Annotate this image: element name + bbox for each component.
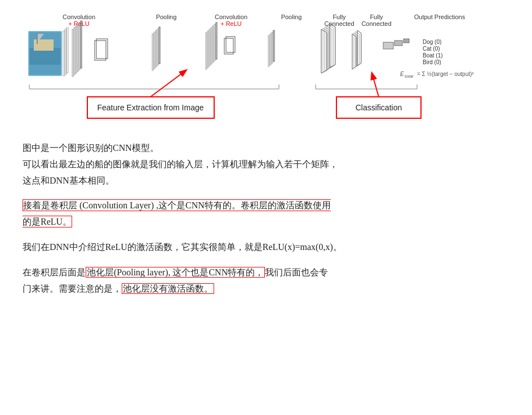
highlighted-pooling: 池化层(Pooling layer), 这个也是CNN特有的，	[86, 267, 265, 278]
svg-rect-45	[273, 30, 274, 61]
svg-marker-46	[321, 29, 327, 73]
svg-text:Fully: Fully	[333, 14, 346, 20]
svg-rect-19	[66, 28, 68, 73]
svg-rect-21	[74, 28, 75, 75]
svg-rect-36	[211, 28, 212, 64]
paragraph-1: 图中是一个图形识别的CNN模型。 可以看出最左边的船的图像就是我们的输入层，计算…	[23, 140, 509, 189]
svg-rect-20	[72, 29, 73, 77]
highlighted-no-activation: 池化层没有激活函数。	[122, 283, 214, 294]
svg-text:Output Predictions: Output Predictions	[414, 14, 466, 20]
svg-text:Boat (1): Boat (1)	[423, 52, 443, 59]
para3-line1: 我们在DNN中介绍过ReLU的激活函数，它其实很简单，就是ReLU(x)=max…	[23, 242, 342, 252]
svg-text:Cat (0): Cat (0)	[423, 46, 440, 52]
svg-rect-41	[226, 37, 235, 52]
text-content: 图中是一个图形识别的CNN模型。 可以看出最左边的船的图像就是我们的输入层，计算…	[17, 140, 515, 297]
svg-line-76	[150, 70, 186, 97]
svg-text:Connected: Connected	[324, 20, 354, 27]
svg-text:Feature Extraction from Image: Feature Extraction from Image	[97, 103, 203, 112]
paragraph-2: 接着是卷积层 (Convolution Layer) ,这个是CNN特有的。卷积…	[23, 198, 509, 230]
svg-rect-33	[206, 33, 207, 69]
svg-rect-28	[152, 34, 153, 70]
svg-marker-50	[328, 25, 334, 69]
svg-rect-57	[394, 41, 402, 46]
svg-rect-15	[37, 33, 38, 44]
svg-rect-35	[209, 29, 210, 66]
svg-rect-34	[207, 31, 209, 68]
para1-line1: 图中是一个图形识别的CNN模型。	[23, 143, 159, 153]
cnn-diagram-svg: Convolution + ReLU Pooling Convolution +…	[17, 11, 524, 132]
svg-text:total: total	[405, 74, 413, 79]
svg-line-77	[372, 73, 379, 97]
svg-rect-42	[268, 35, 269, 66]
svg-rect-44	[272, 32, 273, 63]
svg-text:Convolution: Convolution	[63, 14, 95, 20]
paragraph-4: 在卷积层后面是池化层(Pooling layer), 这个也是CNN特有的，我们…	[23, 265, 509, 297]
para1-line2: 可以看出最左边的船的图像就是我们的输入层，计算机理解为输入若干个矩阵，	[23, 159, 338, 169]
svg-text:Fully: Fully	[370, 14, 383, 20]
svg-rect-30	[156, 30, 157, 67]
svg-rect-38	[214, 24, 215, 61]
svg-text:Pooling: Pooling	[156, 14, 177, 20]
svg-rect-37	[212, 26, 214, 63]
svg-rect-39	[216, 23, 217, 59]
svg-rect-56	[383, 42, 393, 49]
para1-line3: 这点和DNN基本相同。	[23, 176, 114, 185]
svg-text:Convolution: Convolution	[215, 14, 247, 20]
svg-marker-51	[330, 24, 335, 68]
cnn-diagram-area: Convolution + ReLU Pooling Convolution +…	[17, 11, 515, 135]
svg-rect-25	[81, 21, 82, 68]
svg-rect-31	[157, 29, 158, 65]
svg-text:Bird (0): Bird (0)	[423, 59, 441, 65]
svg-text:E: E	[400, 71, 404, 77]
svg-text:Dog (0): Dog (0)	[423, 39, 441, 45]
svg-text:Connected: Connected	[361, 20, 391, 27]
svg-text:+ ReLU: + ReLU	[220, 20, 242, 27]
svg-rect-40	[224, 38, 233, 54]
svg-rect-32	[159, 27, 160, 64]
svg-text:= Σ ½(target − output)²: = Σ ½(target − output)²	[417, 71, 474, 77]
highlighted-text-1: 接着是卷积层 (Convolution Layer) ,这个是CNN特有的。卷积…	[23, 199, 331, 227]
paragraph-3: 我们在DNN中介绍过ReLU的激活函数，它其实很简单，就是ReLU(x)=max…	[23, 239, 509, 256]
para2-line2: 的是ReLU。	[23, 217, 72, 226]
para2-line1: 接着是卷积层 (Convolution Layer) ,这个是CNN特有的。卷积…	[23, 200, 331, 210]
svg-rect-58	[404, 39, 409, 43]
svg-rect-43	[270, 34, 271, 65]
svg-text:Classification: Classification	[356, 103, 402, 112]
svg-rect-29	[154, 32, 155, 69]
svg-rect-22	[76, 26, 77, 73]
svg-rect-24	[79, 23, 80, 70]
svg-text:Pooling: Pooling	[281, 14, 302, 20]
svg-rect-23	[77, 24, 78, 72]
svg-marker-47	[323, 28, 329, 72]
